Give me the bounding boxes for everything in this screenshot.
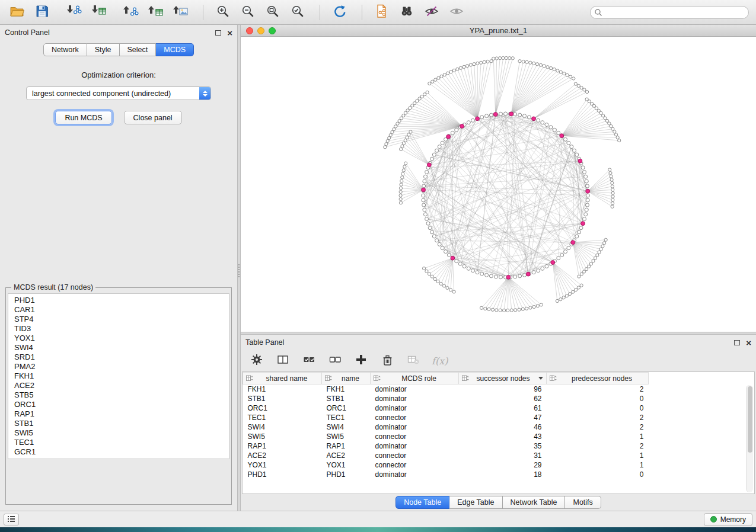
close-table-panel-icon[interactable]: × xyxy=(746,338,751,347)
deselect-all-columns-button[interactable] xyxy=(327,353,343,368)
hide-selected-button[interactable] xyxy=(422,3,442,22)
table-row[interactable]: RAP1RAP1dominator352 xyxy=(243,441,649,451)
import-network-button[interactable] xyxy=(64,3,84,22)
tab-select[interactable]: Select xyxy=(120,43,157,56)
memory-button[interactable]: Memory xyxy=(704,513,752,526)
result-node-item[interactable]: ORC1 xyxy=(8,400,229,409)
function-builder-button-disabled[interactable]: f(x) xyxy=(432,355,448,367)
select-all-columns-button[interactable] xyxy=(301,353,317,368)
create-column-button[interactable] xyxy=(353,353,369,368)
result-node-item[interactable]: ACE2 xyxy=(8,381,229,390)
table-cell: RAP1 xyxy=(322,441,371,451)
column-header-successor-nodes[interactable]: successor nodes xyxy=(459,373,547,384)
export-image-button[interactable] xyxy=(171,3,191,22)
export-table-button[interactable] xyxy=(146,3,166,22)
result-node-item[interactable]: STB5 xyxy=(8,390,229,400)
table-row[interactable]: FKH1FKH1dominator962 xyxy=(243,384,649,394)
table-settings-button[interactable] xyxy=(249,353,264,368)
table-scrollbar[interactable] xyxy=(746,385,753,492)
table-row[interactable]: ORC1ORC1dominator610 xyxy=(243,403,649,413)
export-network-button[interactable] xyxy=(121,3,141,22)
table-cell: SWI4 xyxy=(322,422,371,432)
zoom-out-button[interactable] xyxy=(238,3,258,22)
column-sort-icon xyxy=(246,373,253,384)
result-node-item[interactable]: TEC1 xyxy=(8,438,229,447)
table-cell: FKH1 xyxy=(243,384,322,394)
result-node-item[interactable]: CAR1 xyxy=(8,305,229,315)
minimize-window-icon[interactable] xyxy=(257,27,264,34)
result-node-item[interactable]: RAP1 xyxy=(8,409,229,419)
table-cell: dominator xyxy=(371,403,459,413)
zoom-fit-button[interactable] xyxy=(263,3,283,22)
table-row[interactable]: PHD1PHD1dominator180 xyxy=(243,470,649,479)
panel-toggle-button[interactable] xyxy=(4,514,19,525)
result-node-item[interactable]: YOX1 xyxy=(8,334,229,343)
result-node-item[interactable]: TID3 xyxy=(8,324,229,334)
optimization-criterion-label: Optimization criterion: xyxy=(81,70,156,79)
table-scrollbar-thumb[interactable] xyxy=(748,386,752,453)
network-canvas[interactable] xyxy=(241,37,756,332)
close-window-icon[interactable] xyxy=(246,27,253,34)
delete-column-button[interactable] xyxy=(379,353,395,368)
run-mcds-button[interactable]: Run MCDS xyxy=(55,111,111,124)
table-row[interactable]: YOX1YOX1connector291 xyxy=(243,460,649,470)
share-document-button[interactable] xyxy=(372,3,392,22)
table-row[interactable]: STB1STB1dominator620 xyxy=(243,394,649,403)
table-cell: ORC1 xyxy=(322,403,371,413)
status-bar: Memory xyxy=(0,511,756,527)
tab-style[interactable]: Style xyxy=(87,43,120,56)
import-table-button[interactable] xyxy=(89,3,109,22)
result-node-item[interactable]: FKH1 xyxy=(8,371,229,381)
show-all-button[interactable] xyxy=(446,3,467,22)
tab-edge-table[interactable]: Edge Table xyxy=(449,496,502,509)
zoom-fit-icon xyxy=(265,4,280,21)
export-table-icon xyxy=(148,4,164,21)
tab-network[interactable]: Network xyxy=(43,43,87,56)
close-panel-button[interactable]: Close panel xyxy=(124,111,182,124)
save-session-button[interactable] xyxy=(32,3,52,22)
column-header-predecessor-nodes[interactable]: predecessor nodes xyxy=(547,373,649,384)
table-row[interactable]: SWI4SWI4dominator462 xyxy=(243,422,649,432)
open-file-button[interactable] xyxy=(7,3,27,22)
tab-motifs[interactable]: Motifs xyxy=(565,496,601,509)
table-cell: STB1 xyxy=(322,394,371,403)
export-network-icon xyxy=(123,4,139,21)
result-node-item[interactable]: PHD1 xyxy=(8,296,229,305)
table-delete-icon xyxy=(407,353,420,368)
zoom-in-button[interactable] xyxy=(213,3,233,22)
network-window: YPA_prune.txt_1 xyxy=(241,25,756,332)
result-node-item[interactable]: SRD1 xyxy=(8,352,229,362)
apply-layout-button[interactable] xyxy=(330,3,350,22)
result-node-item[interactable]: GCR1 xyxy=(8,447,229,457)
zoom-selected-button[interactable] xyxy=(288,3,308,22)
column-header-shared-name[interactable]: shared name xyxy=(243,373,322,384)
unchecked-boxes-icon xyxy=(328,353,342,368)
criterion-value: largest connected component (undirected) xyxy=(32,89,171,98)
result-node-item[interactable]: STB1 xyxy=(8,419,229,428)
tab-mcds[interactable]: MCDS xyxy=(156,43,194,56)
float-panel-icon[interactable] xyxy=(215,30,221,36)
delete-table-button-disabled[interactable] xyxy=(406,353,421,368)
column-sort-icon xyxy=(325,373,332,384)
table-row[interactable]: TEC1TEC1connector472 xyxy=(243,413,649,422)
memory-status-icon xyxy=(710,516,717,523)
table-row[interactable]: ACE2ACE2connector311 xyxy=(243,451,649,460)
node-table: shared namenameMCDS rolesuccessor nodesp… xyxy=(243,372,649,479)
result-node-item[interactable]: SWI4 xyxy=(8,343,229,352)
tab-node-table[interactable]: Node Table xyxy=(395,496,449,509)
tab-network-table[interactable]: Network Table xyxy=(503,496,566,509)
result-node-item[interactable]: SWI5 xyxy=(8,428,229,438)
binoculars-icon xyxy=(399,4,414,21)
result-node-item[interactable]: STP4 xyxy=(8,315,229,324)
search-input[interactable] xyxy=(590,6,749,19)
first-neighbors-button[interactable] xyxy=(397,3,417,22)
close-panel-icon[interactable]: × xyxy=(227,28,232,37)
criterion-dropdown[interactable]: largest connected component (undirected) xyxy=(26,86,211,100)
result-node-item[interactable]: PMA2 xyxy=(8,362,229,371)
maximize-window-icon[interactable] xyxy=(269,27,276,34)
column-header-name[interactable]: name xyxy=(322,373,371,384)
table-row[interactable]: SWI5SWI5connector431 xyxy=(243,432,649,441)
show-columns-button[interactable] xyxy=(275,353,291,368)
float-table-panel-icon[interactable] xyxy=(734,340,740,345)
column-header-MCDS-role[interactable]: MCDS role xyxy=(371,373,459,384)
